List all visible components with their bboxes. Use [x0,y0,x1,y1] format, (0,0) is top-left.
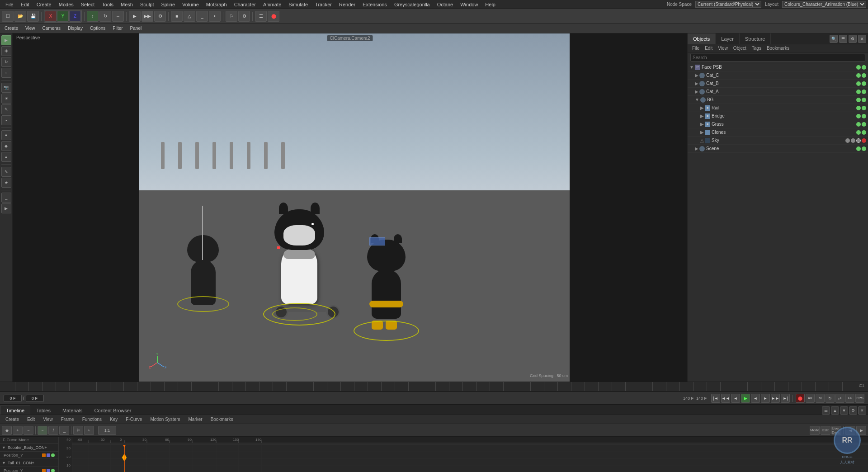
tl-sort-icon[interactable]: ▲ [831,406,839,415]
light-tool[interactable]: ☀ [1,94,11,104]
z-axis-btn[interactable]: Z [69,11,81,22]
tl-expand-icon[interactable]: ▼ [840,406,848,415]
polygon-btn[interactable]: △ [184,11,195,22]
3d-viewport[interactable]: Perspective CiCamera.Camera2 [13,33,687,382]
bounce-btn[interactable]: ⇄ [835,394,844,403]
record-btn[interactable]: ⬤ [268,11,279,22]
tab-materials[interactable]: Materials [57,406,89,415]
search-input[interactable] [690,54,865,61]
obj-bg[interactable]: ▼ BG [688,96,868,104]
obj-clones[interactable]: ▶ Clones [688,128,868,137]
fps-btn[interactable]: FPS [855,394,864,403]
tb-view[interactable]: View [23,24,38,33]
rotate-btn[interactable]: ↻ [99,11,111,22]
render-btn[interactable]: ▶▶ [142,11,153,22]
tl-ripple-btn[interactable]: ≈ [84,426,94,435]
move-tool[interactable]: ✚ [1,46,11,56]
menu-mesh[interactable]: Mesh [117,0,137,9]
menu-help[interactable]: Help [481,0,499,9]
search-toggle-btn[interactable]: 🔍 [830,35,838,43]
menu-render[interactable]: Render [335,0,359,9]
tab-structure[interactable]: Structure [740,33,771,44]
menu-character[interactable]: Character [231,0,259,9]
panel-settings-btn[interactable]: ⚙ [849,35,857,43]
scale-tool[interactable]: ↔ [1,68,11,78]
menu-greyscale[interactable]: Greyscalegorilla [391,0,434,9]
menu-spline[interactable]: Spline [158,0,179,9]
camera-tool[interactable]: 📷 [1,83,11,93]
tb-display[interactable]: Display [65,24,85,33]
obj-face-psb[interactable]: ▼ P Face PSB [688,63,868,71]
tl-menu-motion[interactable]: Motion System [146,417,184,422]
rp-menu-object[interactable]: Object [731,46,749,51]
snap-btn[interactable]: ⚐ [226,11,237,22]
tl-menu-marker[interactable]: Marker [185,417,206,422]
tl-menu-functions[interactable]: Functions [79,417,105,422]
x-axis-btn[interactable]: X [45,11,57,22]
obj-cat-a[interactable]: ▶ Cat_A [688,88,868,96]
motion-clip-btn[interactable]: M [816,394,825,403]
menu-window[interactable]: Window [457,0,481,9]
tl-menu-frame[interactable]: Frame [57,417,78,422]
tl-settings-icon[interactable]: ⚙ [849,406,857,415]
deformer-tool[interactable]: ▲ [1,152,11,162]
sculpt-tool[interactable]: ★ [1,178,11,188]
menu-tracker[interactable]: Tracker [311,0,335,9]
render-settings-btn[interactable]: ⚙ [154,11,166,22]
rig-tool[interactable]: ⎯ [1,193,11,203]
tb-create[interactable]: Create [2,24,21,33]
rp-menu-tags[interactable]: Tags [749,46,764,51]
tl-add-btn[interactable]: + [13,426,23,435]
material-tool[interactable]: ● [1,130,11,140]
select-tool[interactable]: ▶ [1,35,11,45]
spline-tool[interactable]: ✎ [1,104,11,114]
obj-bridge[interactable]: ▶ ■ Bridge [688,112,868,120]
step-back-btn[interactable]: ◄◄ [721,394,730,403]
tl-delete-btn[interactable]: − [24,426,33,435]
menu-file[interactable]: File [2,0,17,9]
play-reverse-btn[interactable]: ◄ [751,394,760,403]
tl-linear-btn[interactable]: / [48,426,58,435]
rp-menu-edit[interactable]: Edit [702,46,715,51]
tl-zoom-btn[interactable]: 1:1 [98,426,116,435]
obj-sky[interactable]: △ Sky [688,137,868,145]
tab-content-browser[interactable]: Content Browser [89,406,137,415]
layout-select[interactable]: Colours_Character_Animation (Blue) [782,1,866,8]
tb-cameras[interactable]: Cameras [40,24,64,33]
start-frame-input[interactable] [26,395,44,402]
obj-cat-c[interactable]: ▶ Cat_C [688,71,868,80]
rp-menu-view[interactable]: View [715,46,731,51]
layer-btn[interactable]: ☰ [255,11,267,22]
current-frame-input[interactable] [4,395,22,402]
menu-octane[interactable]: Octane [434,0,457,9]
track-sub-tail01-posy[interactable]: Position_Y [0,467,58,472]
menu-tools[interactable]: Tools [98,0,117,9]
tl-snap-btn[interactable]: ⚐ [73,426,83,435]
rp-menu-file[interactable]: File [689,46,702,51]
save-btn[interactable]: 💾 [27,11,39,22]
tl-menu-edit[interactable]: Edit [24,417,38,422]
prev-keyframe-btn[interactable]: |◄ [711,394,720,403]
tl-mode-btn[interactable]: Mode [810,426,820,435]
tl-menu-view[interactable]: View [39,417,57,422]
tl-edit-btn[interactable]: Edit [821,426,830,435]
step-fwd-btn[interactable]: ►► [771,394,780,403]
point-btn[interactable]: • [209,11,221,22]
autokey-btn[interactable]: AK [806,394,815,403]
settings-btn[interactable]: ⚙ [238,11,250,22]
tab-objects[interactable]: Objects [688,33,716,44]
track-sub-scooter-posy[interactable]: Position_Y [0,452,58,459]
close-btn[interactable]: ✕ [858,35,866,43]
cube-tool[interactable]: ▪ [1,115,11,125]
paint-tool[interactable]: ✎ [1,167,11,177]
object-btn[interactable]: ■ [171,11,183,22]
obj-grass[interactable]: ▶ ■ Grass [688,120,868,128]
menu-edit[interactable]: Edit [17,0,33,9]
play-btn[interactable]: ▶ [741,394,750,403]
tl-menu-create[interactable]: Create [2,417,23,422]
tl-menu-fcurve[interactable]: F-Curve [122,417,146,422]
animation-tool[interactable]: ▶ [1,203,11,213]
rotate-tool[interactable]: ↻ [1,57,11,67]
new-btn[interactable]: ☐ [2,11,14,22]
next-keyframe-btn[interactable]: ►| [781,394,790,403]
